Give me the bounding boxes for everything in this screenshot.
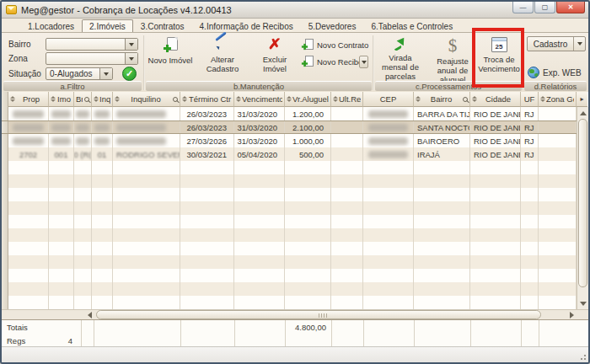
scroll-up-button[interactable] xyxy=(578,108,587,118)
tab-locadores[interactable]: 1.Locadores xyxy=(20,19,82,32)
scroll-down-button[interactable] xyxy=(578,298,587,308)
grid-cell[interactable] xyxy=(331,107,363,120)
bairro-select[interactable] xyxy=(46,38,138,51)
search-icon[interactable] xyxy=(84,97,89,102)
tab-devedores[interactable]: 5.Devedores xyxy=(301,19,364,32)
minimize-button[interactable]: — xyxy=(512,2,534,13)
sort-icon[interactable] xyxy=(94,96,99,102)
virada-mensal-button[interactable]: Virada mensal de parcelas xyxy=(375,37,426,81)
row-selector[interactable] xyxy=(2,215,8,228)
grid-cell[interactable]: 30/03/2021 xyxy=(180,147,234,161)
grid-cell[interactable]: 001 xyxy=(49,147,74,161)
grid-cell[interactable] xyxy=(92,121,113,133)
grid-cell[interactable]: 1.200,00 xyxy=(285,107,331,120)
table-row[interactable]: 26/03/202331/03/20202.100,00SANTA NOCTÓR… xyxy=(2,120,577,134)
table-row[interactable]: 26/03/202331/03/20201.200,00BARRA DA TIJ… xyxy=(2,107,577,120)
grid-cell[interactable] xyxy=(363,134,414,147)
grid-cell[interactable] xyxy=(8,107,49,120)
chevron-down-icon[interactable] xyxy=(125,39,137,50)
tab-tabelas-controles[interactable]: 6.Tabelas e Controles xyxy=(363,19,460,32)
row-selector[interactable] xyxy=(2,107,8,120)
zona-select[interactable] xyxy=(46,52,138,65)
column-header-bairro[interactable]: Bairro xyxy=(414,92,470,107)
scroll-left-button[interactable] xyxy=(84,310,94,319)
column-header-zona-geo[interactable]: Zona Geo xyxy=(539,92,577,107)
sort-icon[interactable] xyxy=(333,96,338,102)
row-selector[interactable] xyxy=(2,134,8,147)
apply-filter-button[interactable]: ✓ xyxy=(122,67,137,81)
grid-cell[interactable]: 31/03/2020 xyxy=(234,107,285,120)
novo-contrato-button[interactable]: Novo Contrato xyxy=(302,39,368,51)
novo-recibo-button[interactable]: Novo Recibo xyxy=(302,56,362,68)
tab-contratos[interactable]: 3.Contratos xyxy=(133,19,192,32)
sort-icon[interactable] xyxy=(540,96,545,102)
grid-cell[interactable]: RJ xyxy=(521,134,539,147)
sort-icon[interactable] xyxy=(287,96,292,102)
grid-cell[interactable] xyxy=(539,134,577,147)
grid-cell[interactable] xyxy=(539,107,577,120)
grid-cell[interactable] xyxy=(331,121,363,133)
grid-cell[interactable]: BARRA DA TIJUCA xyxy=(414,107,470,120)
sort-icon[interactable] xyxy=(10,96,15,102)
grid-cell[interactable]: RIO DE JANEIRO xyxy=(470,107,521,120)
grid-cell[interactable] xyxy=(113,134,180,147)
grid-cell[interactable] xyxy=(363,107,414,120)
grid-cell[interactable]: 500,00 xyxy=(285,147,331,161)
grid-cell[interactable] xyxy=(49,107,74,120)
grid-cell[interactable]: 31/03/2020 xyxy=(234,134,285,147)
grid-cell[interactable] xyxy=(539,121,577,133)
grid-cell[interactable] xyxy=(74,107,92,120)
grid-cell[interactable]: IRAJÁ xyxy=(414,147,470,161)
grid-cell[interactable]: RJ xyxy=(521,107,539,120)
grid-cell[interactable] xyxy=(331,147,363,161)
column-header-uf[interactable]: UF xyxy=(521,92,539,107)
search-icon[interactable] xyxy=(173,97,178,102)
grid-cell[interactable]: SANTA NOCTÓRIA xyxy=(414,121,470,133)
grid-cell[interactable]: 0 (R( xyxy=(74,147,92,161)
grid-cell[interactable]: 1.000,00 xyxy=(285,134,331,147)
table-row[interactable]: 27/03/202631/03/20201.000,00BAIROERORIO … xyxy=(2,134,577,147)
column-header-cidade[interactable]: Cidade xyxy=(470,92,521,107)
column-header-inq[interactable]: Inq xyxy=(92,92,113,107)
grid-cell[interactable] xyxy=(8,134,49,147)
horizontal-scroll-thumb[interactable] xyxy=(96,310,541,319)
maximize-button[interactable]: ▢ xyxy=(534,2,555,13)
column-header-ult-reaj-[interactable]: Ult.Reaj. xyxy=(331,92,363,107)
grid-cell[interactable]: RIO DE JANEIRO xyxy=(470,134,521,147)
grid-cell[interactable]: RIO DE JANEIRO xyxy=(470,147,521,161)
row-selector[interactable] xyxy=(2,296,8,309)
column-header-vencimento[interactable]: Vencimento xyxy=(234,92,285,107)
row-selector[interactable] xyxy=(2,269,8,282)
grid-cell[interactable]: RJ xyxy=(521,147,539,161)
row-selector[interactable] xyxy=(2,161,8,174)
column-header-vr-aluguel[interactable]: Vr.Aluguel xyxy=(285,92,331,107)
tab-informacao-recibos[interactable]: 4.Informação de Recibos xyxy=(192,19,301,32)
resize-grip[interactable] xyxy=(578,352,587,361)
grid-cell[interactable]: 2702 xyxy=(8,147,49,161)
column-header-imo[interactable]: Imo xyxy=(49,92,74,107)
row-selector[interactable] xyxy=(2,255,8,269)
chevron-down-icon[interactable] xyxy=(125,53,137,64)
grid-cell[interactable] xyxy=(113,121,180,133)
grid-cell[interactable] xyxy=(74,121,92,133)
grid-cell[interactable] xyxy=(8,121,49,133)
grid-cell[interactable] xyxy=(331,134,363,147)
next-column-icon[interactable]: ▸ xyxy=(577,92,587,107)
sort-icon[interactable] xyxy=(416,96,421,102)
close-button[interactable]: ✕ xyxy=(556,2,585,13)
table-row[interactable]: 27020010 (R(01RODRIGO SEVERINO30/03/2021… xyxy=(2,147,577,161)
grid-cell[interactable] xyxy=(363,147,414,161)
row-selector[interactable] xyxy=(2,147,8,161)
column-header-inquilino[interactable]: Inquilino xyxy=(113,92,180,107)
column-header-cep[interactable]: CEP xyxy=(363,92,414,107)
novo-imovel-button[interactable]: Novo Imóvel xyxy=(147,37,194,65)
vertical-scrollbar[interactable] xyxy=(577,107,588,309)
grid-cell[interactable] xyxy=(363,121,414,133)
row-selector[interactable] xyxy=(2,228,8,242)
grid-cell[interactable]: 27/03/2026 xyxy=(180,134,234,147)
alterar-cadastro-button[interactable]: Alterar Cadastro xyxy=(197,37,248,73)
scroll-right-button[interactable] xyxy=(566,310,577,319)
situacao-select[interactable]: 0-Alugados xyxy=(46,67,113,80)
vertical-scroll-thumb[interactable] xyxy=(578,119,587,287)
row-selector[interactable] xyxy=(2,201,8,215)
